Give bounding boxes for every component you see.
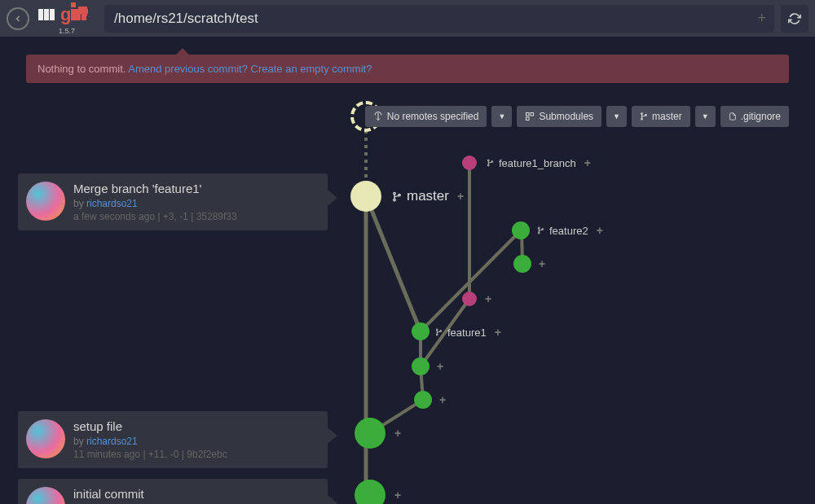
commit-author-line: by richardso21	[73, 198, 237, 209]
commit-message: Merge branch 'feature1'	[73, 182, 237, 195]
commit-message: initial commit	[73, 487, 144, 501]
commit-graph: master + feature1_branch + feature2 + + …	[0, 81, 815, 504]
commit-message: setup file	[73, 419, 227, 433]
app-version: 1.5.7	[59, 27, 75, 35]
submodules-label: Submodules	[539, 111, 593, 122]
svg-rect-9	[531, 113, 534, 116]
plus-icon[interactable]: +	[391, 489, 404, 502]
svg-point-24	[394, 192, 396, 195]
gitignore-label: .gitignore	[741, 111, 781, 122]
svg-rect-4	[71, 9, 76, 20]
plus-icon[interactable]: +	[535, 257, 548, 270]
svg-rect-0	[38, 9, 43, 20]
amend-link[interactable]: Amend previous commit?	[128, 63, 248, 75]
author-link[interactable]: richardso21	[86, 436, 138, 447]
commit-node[interactable]	[355, 418, 385, 449]
remotes-dropdown[interactable]: ▼	[491, 106, 512, 127]
branch-button[interactable]: master	[632, 106, 690, 127]
svg-rect-10	[526, 117, 530, 121]
commit-node-head[interactable]	[350, 181, 381, 212]
branch-tag-feature2[interactable]: feature2 +	[537, 224, 606, 237]
plus-icon[interactable]: +	[593, 224, 606, 237]
svg-point-11	[641, 113, 643, 115]
svg-rect-7	[82, 9, 86, 20]
commit-node[interactable]	[462, 291, 477, 306]
submodules-button[interactable]: Submodules	[517, 106, 601, 127]
svg-line-20	[366, 196, 421, 331]
empty-commit-link[interactable]: Create an empty commit?	[251, 63, 372, 75]
notif-text: Nothing to commit.	[37, 63, 128, 75]
commit-node[interactable]	[355, 480, 385, 504]
commit-node[interactable]	[512, 221, 530, 239]
branch-label: master	[652, 111, 682, 122]
svg-point-34	[436, 334, 438, 335]
plus-icon[interactable]: +	[491, 326, 504, 339]
plus-icon[interactable]: +	[391, 427, 404, 440]
commit-node[interactable]	[412, 357, 430, 375]
branch-dropdown[interactable]: ▼	[695, 106, 716, 127]
app-logo[interactable]: g 1.5.7	[37, 2, 96, 35]
svg-point-30	[538, 227, 540, 229]
svg-rect-2	[50, 9, 55, 20]
submodules-dropdown[interactable]: ▼	[606, 106, 627, 127]
commit-card[interactable]: Merge branch 'feature1' by richardso21 a…	[18, 173, 328, 230]
commit-meta: 11 minutes ago | +11, -0 | 9b2f2ebc	[73, 449, 227, 460]
commit-card[interactable]: setup file by richardso21 11 minutes ago…	[18, 411, 328, 468]
repo-path: /home/rs21/scratch/test	[114, 11, 258, 27]
commit-author-line: by richardso21	[73, 436, 227, 447]
gitignore-button[interactable]: .gitignore	[720, 106, 789, 127]
plus-icon[interactable]: +	[454, 190, 467, 203]
refresh-button[interactable]	[781, 5, 808, 33]
plus-icon[interactable]: +	[436, 393, 449, 406]
svg-point-27	[487, 160, 489, 161]
avatar	[26, 182, 65, 221]
commit-node[interactable]	[462, 156, 477, 170]
plus-icon[interactable]: +	[434, 360, 447, 373]
remotes-label: No remotes specified	[387, 111, 479, 122]
author-link[interactable]: richardso21	[86, 198, 138, 209]
commit-card[interactable]: initial commit by richardso21	[18, 479, 328, 504]
back-button[interactable]	[7, 7, 29, 30]
branch-tag-feature1[interactable]: feature1 +	[435, 326, 504, 339]
commit-node[interactable]	[414, 391, 432, 409]
plus-icon[interactable]: +	[482, 292, 495, 305]
add-path-button[interactable]: +	[757, 10, 766, 27]
avatar	[26, 487, 65, 504]
commit-notification: Nothing to commit. Amend previous commit…	[26, 55, 789, 83]
svg-point-28	[487, 164, 489, 166]
remotes-button[interactable]: No remotes specified	[365, 106, 487, 127]
svg-text:g: g	[60, 4, 71, 24]
commit-node[interactable]	[412, 322, 430, 340]
svg-point-12	[641, 119, 643, 121]
commit-meta: a few seconds ago | +3, -1 | 35289f33	[73, 211, 237, 222]
svg-rect-1	[44, 9, 49, 20]
repo-path-bar[interactable]: /home/rs21/scratch/test +	[104, 5, 774, 33]
branch-tag-feature1_branch[interactable]: feature1_branch +	[487, 156, 594, 169]
svg-point-31	[538, 232, 540, 234]
svg-rect-5	[71, 2, 76, 7]
svg-line-18	[421, 230, 521, 331]
svg-point-25	[394, 199, 396, 201]
branch-tag-master[interactable]: master +	[392, 188, 467, 204]
svg-point-33	[436, 329, 438, 331]
plus-icon[interactable]: +	[581, 156, 594, 169]
notif-arrow	[176, 48, 189, 55]
avatar	[26, 419, 65, 458]
svg-rect-8	[526, 113, 530, 116]
topbar: g 1.5.7 /home/rs21/scratch/test +	[0, 0, 815, 37]
commit-node[interactable]	[513, 255, 531, 273]
repo-toolbar: No remotes specified ▼ Submodules ▼ mast…	[365, 106, 789, 127]
